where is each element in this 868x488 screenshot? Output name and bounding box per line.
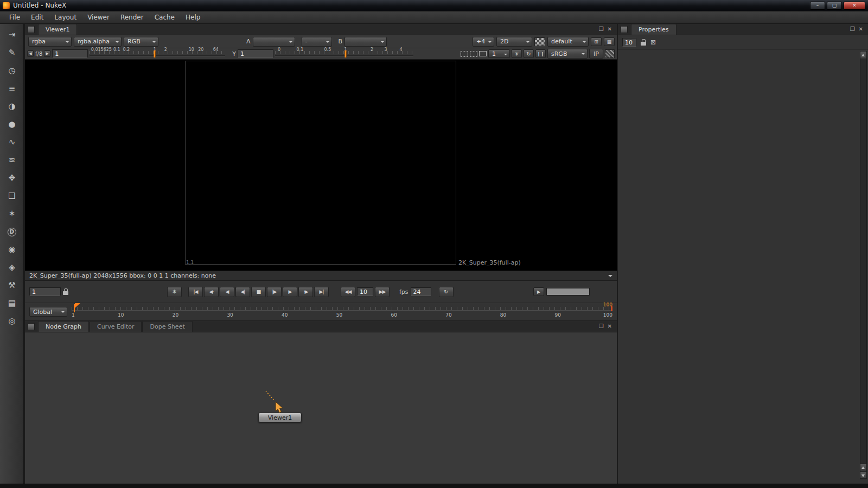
frame-lock-icon[interactable]	[63, 291, 68, 295]
scroll-up-icon[interactable]	[860, 52, 866, 59]
view-dimension-dropdown[interactable]: 2D	[496, 37, 532, 47]
panel-menu-button[interactable]	[28, 26, 35, 33]
timeline-ruler[interactable]: 1 10 20 30 40 50 60 70 80 90 100 100	[72, 304, 612, 319]
alpha-channel-dropdown[interactable]: rgba.alpha	[74, 37, 122, 47]
gain-field[interactable]: 1	[52, 49, 88, 58]
frame-range-dropdown[interactable]: Global	[29, 307, 67, 317]
wipe-mode-dropdown[interactable]: -	[302, 37, 332, 47]
checkerboard-background-button[interactable]	[534, 37, 545, 46]
menu-item-viewer[interactable]: Viewer	[82, 12, 114, 23]
scroll-down-icon[interactable]	[860, 471, 866, 479]
display-channels-dropdown[interactable]: RGB	[124, 37, 158, 47]
pause-updates-button[interactable]: ❙❙	[535, 49, 546, 58]
gain-decrement-button[interactable]: ◀	[27, 50, 34, 57]
toolbar-particles-button[interactable]: ✶	[0, 205, 24, 223]
menu-item-layout[interactable]: Layout	[49, 12, 81, 23]
roi-update-button[interactable]	[470, 51, 477, 57]
scroll-up-icon[interactable]	[860, 464, 866, 471]
close-panel-icon[interactable]: ✕	[608, 27, 612, 32]
input-process-button[interactable]: IP	[589, 49, 603, 59]
toolbar-draw-button[interactable]: ✎	[0, 44, 24, 62]
fps-field[interactable]: 24	[411, 287, 431, 296]
crop-to-format-button[interactable]: ⊞	[591, 37, 602, 46]
gamma-slider[interactable]: 0 0.1 0.5 1 2 3 4	[275, 49, 413, 59]
close-panel-icon[interactable]: ✕	[608, 324, 612, 329]
viewer-node[interactable]: Viewer1	[258, 413, 302, 422]
downrez-dropdown[interactable]: 1	[488, 49, 510, 58]
toolbar-image-button[interactable]: ⇥	[0, 26, 24, 44]
toolbar-views-button[interactable]: ◉	[0, 241, 24, 259]
gain-slider-marker[interactable]	[154, 50, 156, 57]
toolbar-time-button[interactable]: ◷	[0, 62, 24, 80]
float-panel-icon[interactable]: ❐	[599, 324, 604, 329]
float-panel-icon[interactable]: ❐	[599, 27, 604, 32]
float-panel-icon[interactable]: ❐	[850, 27, 855, 32]
stop-button[interactable]: ■	[251, 287, 266, 297]
playhead-flag-icon[interactable]	[75, 303, 80, 308]
gamma-slider-marker[interactable]	[345, 50, 347, 57]
menu-item-render[interactable]: Render	[116, 12, 149, 23]
timeline-end-marker[interactable]	[611, 306, 612, 311]
prev-keyframe-button[interactable]: ◀·	[204, 287, 219, 297]
max-panels-field[interactable]: 10	[622, 38, 636, 47]
play-forward-button[interactable]: ▶	[283, 287, 297, 297]
toolbar-keyer-button[interactable]: ∿	[0, 133, 24, 151]
viewer-process-dropdown[interactable]: default	[547, 37, 589, 47]
playback-mode-button[interactable]: ✻	[167, 287, 182, 297]
refresh-viewer-button[interactable]: ↻	[524, 49, 534, 58]
roi-button[interactable]	[461, 51, 468, 57]
toolbar-deep-button[interactable]: D	[0, 223, 24, 241]
diagonal-stripes-icon[interactable]	[605, 49, 615, 58]
menu-item-cache[interactable]: Cache	[150, 12, 180, 23]
goto-end-button[interactable]: ▶|	[314, 287, 329, 297]
next-keyframe-button[interactable]: ·▶	[298, 287, 313, 297]
menu-item-file[interactable]: File	[4, 12, 25, 23]
menu-item-help[interactable]: Help	[181, 12, 205, 23]
menu-item-edit[interactable]: Edit	[26, 12, 48, 23]
tab-viewer1[interactable]: Viewer1	[38, 24, 77, 35]
zoom-dropdown[interactable]: ÷4	[473, 37, 494, 47]
current-frame-field[interactable]: 1	[29, 287, 61, 296]
panel-menu-button[interactable]	[621, 26, 628, 33]
panel-menu-button[interactable]	[28, 323, 35, 330]
render-settings-button[interactable]: ✳	[512, 49, 522, 58]
next-increment-button[interactable]: ▶▶	[375, 287, 390, 297]
toolbar-filter-button[interactable]: ●	[0, 115, 24, 133]
status-expand-caret-icon[interactable]	[608, 275, 612, 279]
input-b-dropdown[interactable]	[344, 37, 387, 47]
tab-node-graph[interactable]: Node Graph	[38, 321, 89, 332]
tab-dope-sheet[interactable]: Dope Sheet	[142, 321, 192, 332]
toolbar-plugins-button[interactable]: ◎	[0, 312, 24, 330]
toolbar-other-button[interactable]: ▤	[0, 294, 24, 312]
loop-mode-button[interactable]: ↻	[439, 287, 454, 297]
close-all-panels-button[interactable]: ⊠	[650, 39, 656, 46]
toolbar-transform-button[interactable]: ✥	[0, 169, 24, 187]
gain-slider[interactable]: 0.015625 0.1 0.2 1 2 10 20 64	[90, 49, 225, 59]
proxy-mode-button[interactable]	[479, 51, 487, 56]
properties-scrollbar[interactable]	[860, 51, 867, 479]
prev-increment-button[interactable]: ◀◀	[341, 287, 355, 297]
toolbar-merge-button[interactable]: ≋	[0, 151, 24, 169]
step-forward-button[interactable]: |▶	[267, 287, 282, 297]
lock-panels-icon[interactable]	[641, 42, 646, 46]
toolbar-3d-button[interactable]: ❑	[0, 187, 24, 205]
tab-properties[interactable]: Properties	[631, 24, 676, 35]
tab-curve-editor[interactable]: Curve Editor	[90, 321, 142, 332]
colorspace-dropdown[interactable]: sRGB	[547, 49, 588, 59]
maximize-button[interactable]: ▢	[827, 2, 842, 10]
toolbar-metadata-button[interactable]: ◈	[0, 259, 24, 277]
minimize-button[interactable]: –	[810, 2, 825, 10]
viewer-canvas[interactable]: 1,1 2K_Super_35(full-ap)	[25, 60, 617, 271]
toolbar-toolsets-button[interactable]: ⚒	[0, 277, 24, 294]
overlay-guides-button[interactable]: ▦	[604, 37, 615, 46]
flipbook-button[interactable]: ▶	[533, 287, 544, 296]
toolbar-channel-button[interactable]: ≡	[0, 80, 24, 98]
step-back-button[interactable]: ◀|	[235, 287, 250, 297]
play-backward-button[interactable]: ◀	[220, 287, 234, 297]
close-panel-icon[interactable]: ✕	[859, 27, 863, 32]
gain-increment-button[interactable]: ▶	[44, 50, 50, 57]
layer-dropdown[interactable]: rgba	[28, 37, 72, 47]
frame-increment-field[interactable]: 10	[357, 287, 373, 296]
goto-start-button[interactable]: |◀	[188, 287, 203, 297]
toolbar-color-button[interactable]: ◑	[0, 98, 24, 115]
